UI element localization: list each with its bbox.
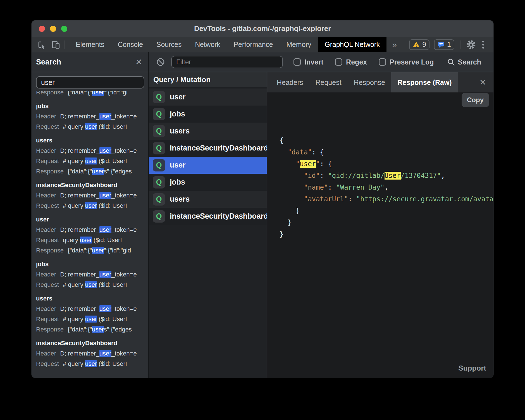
json-segment xyxy=(280,148,288,156)
query-row-jobs[interactable]: Qjobs xyxy=(149,174,267,191)
json-segment: "avatarUrl" xyxy=(304,195,348,203)
result-line-text: D; remember_user_token=e xyxy=(60,350,137,357)
json-segment xyxy=(280,195,304,203)
result-text-segment: D; remember_ xyxy=(60,192,99,199)
tab-network[interactable]: Network xyxy=(188,37,227,52)
json-match-highlight: User xyxy=(385,172,401,180)
preserve-log-checkbox-item[interactable]: Preserve Log xyxy=(379,58,434,66)
search-result-line[interactable]: Requestquery user ($id: UserI xyxy=(36,235,148,245)
search-result-group-title: instanceSecurityDashboard xyxy=(36,338,148,348)
search-result-line[interactable]: Request# query user ($id: UserI xyxy=(36,121,148,132)
query-type-badge: Q xyxy=(153,159,165,171)
search-result-line[interactable]: Request# query user ($id: UserI xyxy=(36,156,148,166)
block-icon[interactable] xyxy=(156,58,165,66)
search-result-line[interactable]: Request# query user ($id: UserI xyxy=(36,359,148,369)
copy-button[interactable]: Copy xyxy=(462,93,489,107)
query-type-badge: Q xyxy=(153,142,165,154)
filter-input[interactable] xyxy=(171,56,283,68)
search-result-line[interactable]: HeaderD; remember_user_token=e xyxy=(36,145,148,156)
regex-checkbox[interactable] xyxy=(335,58,342,66)
response-tab-response-raw[interactable]: Response (Raw) xyxy=(391,72,458,92)
search-result-line[interactable]: HeaderD; remember_user_token=e xyxy=(36,348,148,359)
support-link[interactable]: Support xyxy=(458,362,486,374)
tab-console[interactable]: Console xyxy=(111,37,150,52)
kebab-menu-icon[interactable] xyxy=(481,41,486,49)
search-result-line[interactable]: Response{"data":{"user":{"id":"gi xyxy=(36,91,148,97)
search-result-line[interactable]: HeaderD; remember_user_token=e xyxy=(36,269,148,280)
result-text-segment: # query xyxy=(63,123,85,130)
result-text-segment: ($id: UserI xyxy=(92,237,122,244)
regex-checkbox-item[interactable]: Regex xyxy=(335,58,367,66)
json-segment: : xyxy=(328,183,336,191)
search-result-line[interactable]: Request# query user ($id: UserI xyxy=(36,280,148,290)
tab-memory[interactable]: Memory xyxy=(280,37,318,52)
search-result-line[interactable]: Response{"data":{"user":{"id":"gid xyxy=(36,245,148,256)
json-segment: "Warren Day" xyxy=(336,183,384,191)
tab-performance[interactable]: Performance xyxy=(227,37,280,52)
match-highlight: user xyxy=(85,202,97,209)
result-text-segment: _token=e xyxy=(111,226,137,233)
result-line-label: Request xyxy=(36,202,59,209)
warnings-badge[interactable]: 9 xyxy=(409,39,429,50)
search-result-line[interactable]: HeaderD; remember_user_token=e xyxy=(36,190,148,201)
result-line-text: # query user ($id: UserI xyxy=(63,157,127,164)
window-title: DevTools - gitlab.com/-/graphql-explorer xyxy=(194,24,331,33)
result-text-segment: ($id: UserI xyxy=(97,316,127,323)
query-row-instancesecuritydashboard[interactable]: QinstanceSecurityDashboard xyxy=(149,140,267,157)
result-line-label: Response xyxy=(36,91,64,97)
result-text-segment: D; remember_ xyxy=(60,113,99,120)
query-row-users[interactable]: Qusers xyxy=(149,191,267,208)
query-row-user[interactable]: Quser xyxy=(149,89,267,106)
search-tool[interactable]: Search xyxy=(447,58,481,66)
preserve-log-checkbox[interactable] xyxy=(379,58,386,66)
close-search-icon[interactable]: ✕ xyxy=(135,58,142,66)
result-line-label: Header xyxy=(36,192,56,199)
tab-graphql-network[interactable]: GraphQL Network xyxy=(318,37,387,52)
search-result-line[interactable]: Request# query user ($id: UserI xyxy=(36,314,148,324)
result-text-segment: D; remember_ xyxy=(60,226,99,233)
messages-badge[interactable]: 1 xyxy=(434,39,454,50)
query-row-instancesecuritydashboard[interactable]: QinstanceSecurityDashboard xyxy=(149,208,267,225)
search-result-line[interactable]: Response{"data":{"users":{"edges xyxy=(36,324,148,335)
result-line-label: Request xyxy=(36,281,59,288)
result-text-segment: query xyxy=(63,237,80,244)
devtools-toolbar: ElementsConsoleSourcesNetworkPerformance… xyxy=(32,37,493,52)
json-segment: : xyxy=(348,195,356,203)
settings-gear-icon[interactable] xyxy=(466,40,476,50)
search-result-line[interactable]: HeaderD; remember_user_token=e xyxy=(36,304,148,314)
tab-sources[interactable]: Sources xyxy=(150,37,188,52)
search-result-line[interactable]: Request# query user ($id: UserI xyxy=(36,201,148,211)
json-segment: : { xyxy=(312,148,324,156)
search-result-line[interactable]: HeaderD; remember_user_token=e xyxy=(36,111,148,121)
result-line-label: Request xyxy=(36,157,59,164)
search-input[interactable] xyxy=(36,76,144,89)
zoom-window-button[interactable] xyxy=(61,26,67,32)
tab-elements[interactable]: Elements xyxy=(69,37,111,52)
close-window-button[interactable] xyxy=(39,26,45,32)
invert-checkbox-item[interactable]: Invert xyxy=(293,58,323,66)
search-result-line[interactable]: Response{"data":{"users":{"edges xyxy=(36,166,148,176)
devtools-tabs: ElementsConsoleSourcesNetworkPerformance… xyxy=(69,37,386,52)
result-text-segment: _token=e xyxy=(111,305,137,312)
match-highlight: user xyxy=(99,226,111,233)
toolbar-separator xyxy=(65,40,65,49)
device-toolbar-icon[interactable] xyxy=(51,40,61,50)
query-row-user-selected[interactable]: Quser xyxy=(149,157,267,174)
minimize-window-button[interactable] xyxy=(50,26,56,32)
result-line-label: Header xyxy=(36,350,56,357)
response-tab-headers[interactable]: Headers xyxy=(271,72,309,92)
query-type-badge: Q xyxy=(153,108,165,120)
search-result-line[interactable]: HeaderD; remember_user_token=e xyxy=(36,225,148,235)
query-row-label: jobs xyxy=(170,178,185,187)
more-tabs-chevron-icon[interactable]: » xyxy=(386,37,402,52)
inspect-element-icon[interactable] xyxy=(37,40,47,50)
warning-icon xyxy=(412,41,420,48)
result-line-text: D; remember_user_token=e xyxy=(60,226,137,233)
response-tab-request[interactable]: Request xyxy=(309,72,348,92)
query-row-jobs[interactable]: Qjobs xyxy=(149,106,267,123)
close-response-icon[interactable]: ✕ xyxy=(479,72,493,92)
query-row-users[interactable]: Qusers xyxy=(149,123,267,140)
invert-checkbox[interactable] xyxy=(293,58,301,66)
network-filter-bar: InvertRegexPreserve Log Search xyxy=(149,52,493,72)
response-tab-response[interactable]: Response xyxy=(348,72,392,92)
